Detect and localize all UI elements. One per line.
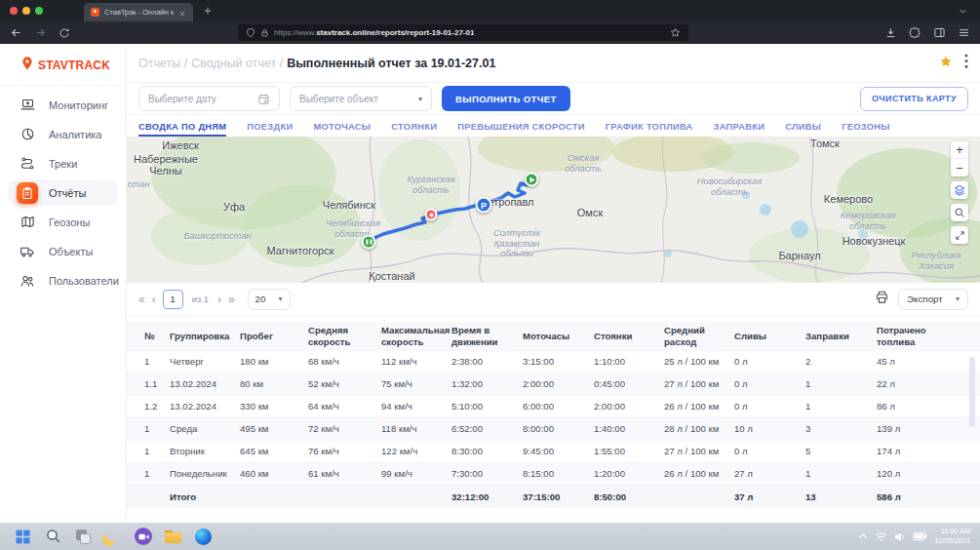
clear-map-button[interactable]: ОЧИСТИТЬ КАРТУ (860, 87, 968, 111)
bookmark-star-icon[interactable] (670, 24, 681, 42)
file-explorer-icon[interactable] (161, 525, 185, 549)
tab-geozony[interactable]: ГЕОЗОНЫ (842, 122, 890, 137)
table-row[interactable]: 1Понедельник460 км61 км/ч99 км/ч7:30:008… (127, 463, 980, 486)
column-header[interactable]: Группировка (170, 328, 240, 345)
table-row[interactable]: 1Среда495 км72 км/ч118 км/ч6:52:008:00:0… (127, 418, 980, 441)
sidebar-item-analytics[interactable]: Аналитика (8, 121, 118, 147)
close-button[interactable] (10, 7, 18, 15)
route-marker-start[interactable] (525, 173, 539, 187)
column-header[interactable]: № (144, 328, 170, 345)
task-view-icon[interactable] (71, 525, 96, 549)
sidebar-toggle-icon[interactable] (933, 26, 946, 39)
tab-zapravki[interactable]: ЗАПРАВКИ (714, 122, 765, 137)
page-title: Выполненный отчет за 19.01-27.01 (287, 57, 495, 70)
tab-grafik-topliva[interactable]: ГРАФИК ТОПЛИВА (606, 122, 693, 137)
page-size-select[interactable]: 20 ▾ (248, 289, 291, 310)
tab-svodka[interactable]: СВОДКА ПО ДНЯМ (138, 122, 226, 137)
layers-icon[interactable] (951, 181, 968, 199)
column-header[interactable]: Сливы (734, 328, 805, 345)
export-button[interactable]: Экспорт ▾ (898, 289, 968, 310)
column-header[interactable]: Средний расход (664, 322, 734, 351)
sidebar-item-monitoring[interactable]: Мониторинг (8, 92, 118, 118)
chevron-down-icon[interactable] (958, 6, 968, 17)
table-cell: 1:10:00 (594, 354, 664, 370)
column-header[interactable]: Заправки (805, 328, 877, 345)
tab-prevysheniya[interactable]: ПРЕВЫШЕНИЯ СКОРОСТИ (457, 122, 585, 137)
favorite-star-icon[interactable] (939, 55, 953, 72)
route-marker-parking[interactable]: P (476, 197, 492, 214)
start-icon[interactable] (11, 525, 35, 549)
table-row[interactable]: 1.213.02.2024330 км64 км/ч94 км/ч5:10:00… (127, 396, 980, 418)
next-page-icon[interactable]: › (217, 294, 221, 305)
sidebar-item-users[interactable]: Пользователи (8, 267, 118, 294)
fullscreen-icon[interactable] (951, 226, 968, 244)
map[interactable]: ИжевскНабережные ЧелныУфаЧелябинскМагнит… (127, 137, 980, 283)
taskbar-clock[interactable]: 11:00 AM 10/05/2021 (934, 527, 970, 546)
table-cell: 2:38:00 (451, 354, 523, 370)
sidebar-item-geozones[interactable]: Геозоны (8, 209, 118, 235)
tab-poezdki[interactable]: ПОЕЗДКИ (247, 122, 293, 137)
table-cell: 1.2 (144, 399, 170, 414)
downloads-icon[interactable] (884, 26, 897, 39)
column-header[interactable]: Стоянки (594, 328, 664, 345)
reload-icon[interactable] (59, 27, 70, 39)
first-page-icon[interactable]: « (138, 294, 145, 305)
tab-slivy[interactable]: СЛИВЫ (785, 122, 821, 137)
sidebar-item-objects[interactable]: Объекты (8, 238, 118, 264)
table-row[interactable]: 1Вторник645 км76 км/ч122 км/ч8:30:009:45… (127, 441, 980, 463)
edge-browser-icon[interactable] (191, 525, 216, 549)
app-logo[interactable]: STAVTRACK (0, 50, 126, 86)
tab-motochasy[interactable]: МОТОЧАСЫ (313, 122, 371, 137)
tab-close-icon[interactable] (178, 4, 186, 21)
camera-app-icon[interactable] (135, 528, 152, 545)
zoom-out-button[interactable]: − (951, 159, 968, 177)
table-cell: 8:15:00 (523, 466, 594, 482)
column-header[interactable]: Моточасы (523, 328, 594, 345)
print-icon[interactable] (875, 290, 889, 308)
volume-icon[interactable] (894, 531, 906, 542)
route-marker-pause[interactable] (362, 235, 376, 250)
column-header[interactable]: Потрачено топлива (877, 322, 960, 351)
wifi-icon[interactable] (875, 531, 887, 542)
url-bar[interactable]: https://www.stavtrack.online/reports/rep… (238, 24, 688, 41)
breadcrumb-segment[interactable]: Сводный отчет (191, 57, 283, 70)
battery-icon[interactable] (913, 531, 927, 541)
forward-icon[interactable] (34, 26, 47, 39)
minimize-button[interactable] (22, 7, 30, 15)
column-header[interactable]: Средняя скорость (308, 322, 381, 351)
sidebar-item-reports[interactable]: Отчёты (8, 179, 118, 206)
date-input[interactable]: Выберите дату (138, 86, 280, 111)
table-cell: 25 л / 100 км (664, 354, 734, 370)
column-header[interactable]: Максимальная скорость (381, 322, 451, 351)
last-page-icon[interactable]: » (228, 294, 235, 305)
new-tab-icon[interactable] (203, 6, 213, 16)
sidebar-item-tracks[interactable]: Треки (8, 150, 118, 177)
zoom-in-button[interactable]: + (951, 141, 968, 159)
map-city-label: Қостанай (369, 270, 414, 282)
extensions-icon[interactable] (909, 26, 921, 39)
table-total-cell: 37 л (734, 490, 805, 505)
moon-app-icon[interactable] (101, 525, 126, 549)
table-cell: 1 (144, 466, 170, 482)
browser-tab[interactable]: СтавТрэк - Онлайн мониторин (84, 3, 193, 21)
table-scrollbar[interactable] (969, 357, 975, 427)
tab-stoyanki[interactable]: СТОЯНКИ (391, 122, 437, 137)
search-icon[interactable] (41, 525, 65, 549)
back-icon[interactable] (10, 26, 22, 39)
object-select[interactable]: Выберите объект ▾ (290, 86, 432, 111)
table-row[interactable]: 1Четверг180 км68 км/ч112 км/ч2:38:003:15… (127, 351, 980, 373)
map-search-icon[interactable] (951, 204, 968, 221)
kebab-menu-icon[interactable] (964, 54, 968, 72)
shield-icon[interactable] (246, 24, 255, 42)
column-header[interactable]: Время в движении (451, 322, 523, 351)
maximize-button[interactable] (35, 7, 43, 15)
run-report-button[interactable]: ВЫПОЛНИТЬ ОТЧЕТ (442, 86, 570, 111)
menu-icon[interactable] (958, 26, 970, 39)
route-marker-event[interactable] (425, 209, 438, 221)
prev-page-icon[interactable]: ‹ (152, 294, 156, 305)
breadcrumb-segment[interactable]: Отчеты (138, 57, 187, 70)
page-input[interactable]: 1 (163, 290, 183, 309)
column-header[interactable]: Пробег (240, 328, 308, 345)
chevron-up-icon[interactable] (858, 531, 868, 541)
table-row[interactable]: 1.113.02.202480 км52 км/ч75 км/ч1:32:002… (127, 373, 980, 396)
